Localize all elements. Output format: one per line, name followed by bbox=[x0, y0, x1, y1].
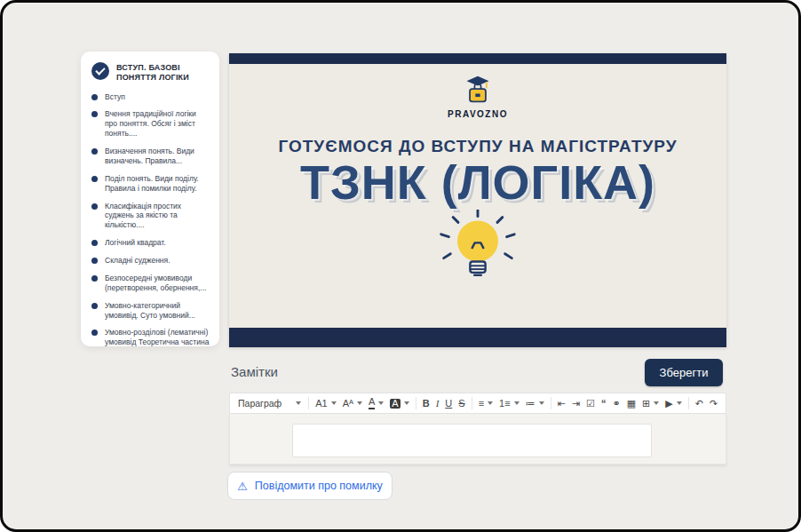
bullet-list-button[interactable]: ≔ bbox=[523, 398, 547, 409]
sidebar-item-label: Складні судження. bbox=[105, 256, 171, 266]
alignment-button[interactable]: ≡ bbox=[476, 398, 496, 409]
bullet-dot-icon bbox=[91, 275, 98, 282]
chevron-down-icon bbox=[357, 401, 362, 405]
sidebar-item-6[interactable]: Складні судження. bbox=[91, 256, 210, 266]
sidebar-item-3[interactable]: Поділ понять. Види поділу. Правила і пом… bbox=[91, 174, 210, 194]
font-color-button[interactable]: A bbox=[366, 396, 386, 410]
redo-button[interactable]: ↷ bbox=[707, 398, 720, 409]
indent-button[interactable]: ⇥ bbox=[569, 398, 583, 409]
bullet-dot-icon bbox=[91, 240, 98, 246]
paragraph-style-select[interactable]: Параграф bbox=[234, 396, 305, 410]
sidebar-item-label: Класифікація простих суджень за якістю т… bbox=[105, 202, 210, 231]
heading-style-button[interactable]: A1 bbox=[313, 398, 338, 409]
undo-button[interactable]: ↶ bbox=[693, 398, 706, 409]
highlight-color-button[interactable]: A bbox=[387, 398, 411, 409]
bullet-dot-icon bbox=[91, 258, 98, 264]
sidebar-item-label: Логічний квадрат. bbox=[105, 238, 166, 248]
chevron-down-icon bbox=[488, 401, 493, 405]
bullet-dot-icon bbox=[91, 303, 98, 309]
sidebar-item-8[interactable]: Умовно-категоричний умовивід. Суто умовн… bbox=[91, 301, 210, 321]
italic-button[interactable]: I bbox=[433, 398, 442, 409]
sidebar-item-label: Безпосередні умовиводи (перетворення, об… bbox=[105, 274, 210, 293]
bullet-dot-icon bbox=[91, 176, 98, 182]
toolbar-divider bbox=[308, 397, 309, 409]
outdent-button[interactable]: ⇤ bbox=[555, 398, 568, 409]
chevron-down-icon bbox=[539, 401, 544, 405]
sidebar-item-label: Вступ bbox=[105, 92, 125, 102]
chevron-down-icon bbox=[296, 401, 301, 405]
insert-media-button[interactable]: ▶ bbox=[662, 398, 684, 409]
sidebar-item-5[interactable]: Логічний квадрат. bbox=[91, 238, 210, 248]
insert-image-button[interactable]: ▦ bbox=[624, 398, 638, 409]
sidebar-item-7[interactable]: Безпосередні умовиводи (перетворення, об… bbox=[91, 274, 210, 293]
editor-toolbar: Параграф A1 Aᴬ A A B I U S ≡ 1≡ ≔ ⇤ ⇥ ☑ … bbox=[229, 393, 726, 414]
chevron-down-icon bbox=[404, 401, 409, 405]
slide-top-bar bbox=[229, 53, 726, 64]
numbered-list-button[interactable]: 1≡ bbox=[496, 398, 522, 409]
slide-content: PRAVOZNO ГОТУЄМОСЯ ДО ВСТУПУ НА МАГІСТРА… bbox=[229, 64, 726, 328]
chevron-down-icon bbox=[331, 401, 337, 405]
sidebar-item-1[interactable]: Вчення традиційної логіки про поняття. О… bbox=[91, 109, 210, 139]
block-quote-button[interactable]: “ bbox=[599, 398, 609, 409]
sidebar-item-label: Поділ понять. Види поділу. Правила і пом… bbox=[105, 174, 210, 194]
warning-icon: ⚠ bbox=[237, 480, 248, 492]
chevron-down-icon bbox=[514, 401, 519, 405]
sidebar-section-title: ВСТУП. БАЗОВІ ПОНЯТТЯ ЛОГІКИ bbox=[116, 62, 210, 83]
paragraph-style-value: Параграф bbox=[238, 398, 282, 409]
toolbar-divider bbox=[688, 397, 689, 409]
check-circle-icon bbox=[91, 62, 109, 80]
sidebar-item-label: Вчення традиційної логіки про поняття. О… bbox=[105, 109, 210, 139]
slide-subtitle: ГОТУЄМОСЯ ДО ВСТУПУ НА МАГІСТРАТУРУ bbox=[229, 137, 726, 156]
underline-button[interactable]: U bbox=[442, 398, 455, 409]
chevron-down-icon bbox=[378, 401, 384, 405]
sidebar-item-label: Умовно-розділові (лематичні) умовивід Те… bbox=[105, 328, 210, 346]
toolbar-divider bbox=[472, 397, 472, 409]
sidebar-item-label: Визначення понять. Види визначень. Прави… bbox=[105, 147, 210, 166]
toolbar-divider bbox=[551, 397, 551, 409]
sidebar-item-2[interactable]: Визначення понять. Види визначень. Прави… bbox=[91, 147, 210, 166]
save-button[interactable]: Зберегти bbox=[645, 359, 723, 386]
report-error-button[interactable]: ⚠ Повідомити про помилку bbox=[227, 472, 393, 500]
bullet-dot-icon bbox=[91, 111, 98, 117]
bullet-dot-icon bbox=[91, 203, 98, 210]
font-size-button[interactable]: Aᴬ bbox=[340, 398, 365, 409]
sidebar-item-9[interactable]: Умовно-розділові (лематичні) умовивід Те… bbox=[91, 328, 210, 346]
strikethrough-button[interactable]: S bbox=[456, 398, 467, 409]
bullet-dot-icon bbox=[91, 148, 98, 155]
sidebar-item-label: Умовно-категоричний умовивід. Суто умовн… bbox=[105, 301, 210, 321]
slide-bottom-bar bbox=[229, 328, 726, 347]
bullet-dot-icon bbox=[91, 330, 98, 336]
insert-table-button[interactable]: ⊞ bbox=[639, 398, 662, 409]
bullet-dot-icon bbox=[91, 94, 98, 100]
sidebar-item-4[interactable]: Класифікація простих суджень за якістю т… bbox=[91, 202, 210, 231]
checklist-button[interactable]: ☑ bbox=[583, 398, 598, 409]
slide-title: ТЗНК (ЛОГІКА) bbox=[229, 158, 726, 206]
bold-button[interactable]: B bbox=[420, 398, 432, 409]
brand-name: PRAVOZNO bbox=[229, 109, 726, 119]
toolbar-divider bbox=[416, 397, 416, 409]
sidebar-section-header[interactable]: ВСТУП. БАЗОВІ ПОНЯТТЯ ЛОГІКИ bbox=[91, 62, 210, 83]
notes-editor-area bbox=[229, 414, 726, 465]
link-button[interactable]: ⚭ bbox=[609, 398, 623, 409]
chevron-down-icon bbox=[654, 401, 659, 405]
lightbulb-illustration bbox=[229, 210, 726, 295]
chevron-down-icon bbox=[677, 401, 682, 405]
brand-logo-icon bbox=[229, 75, 726, 108]
report-error-label: Повідомити про помилку bbox=[255, 480, 383, 492]
sidebar-item-0[interactable]: Вступ bbox=[91, 92, 210, 102]
app-window: ВСТУП. БАЗОВІ ПОНЯТТЯ ЛОГІКИ Вступ Вченн… bbox=[0, 0, 801, 532]
course-outline-sidebar: ВСТУП. БАЗОВІ ПОНЯТТЯ ЛОГІКИ Вступ Вченн… bbox=[81, 52, 219, 346]
slide-viewer: PRAVOZNO ГОТУЄМОСЯ ДО ВСТУПУ НА МАГІСТРА… bbox=[229, 53, 726, 347]
notes-heading: Замітки bbox=[231, 364, 278, 379]
notes-editor-input[interactable] bbox=[292, 424, 652, 457]
